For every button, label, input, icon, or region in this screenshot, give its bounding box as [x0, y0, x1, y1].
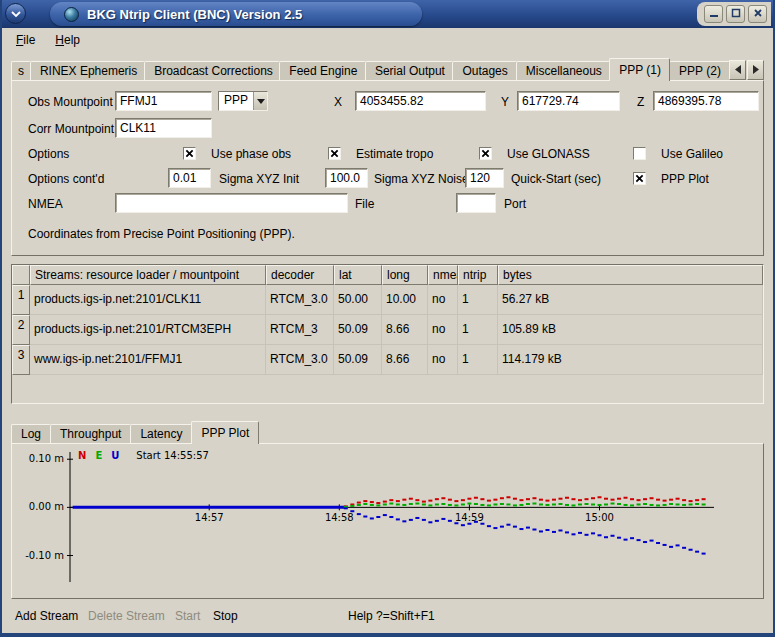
cell-decoder[interactable]: RTCM_3 [266, 315, 334, 345]
window-title: BKG Ntrip Client (BNC) Version 2.5 [87, 7, 302, 22]
header-ntrip: ntrip [458, 265, 498, 285]
nmea-port-input[interactable] [456, 193, 496, 213]
titlebar[interactable]: BKG Ntrip Client (BNC) Version 2.5 [2, 0, 773, 28]
tab-broadcast-corrections[interactable]: Broadcast Corrections [144, 61, 280, 80]
menu-file[interactable]: File [7, 31, 44, 49]
cell-lat[interactable]: 50.00 [334, 285, 382, 315]
cell-ntrip[interactable]: 1 [458, 345, 498, 375]
stop-button[interactable]: Stop [213, 609, 238, 623]
menu-help[interactable]: Help [46, 31, 89, 49]
tab-scroll-left-button[interactable] [729, 60, 746, 80]
estimate-tropo-label: Estimate tropo [356, 147, 433, 161]
minimize-button[interactable] [704, 5, 723, 23]
sigma-xyz-init-input[interactable] [168, 168, 211, 188]
sigma-xyz-noise-input[interactable] [325, 168, 368, 188]
cell-mountpoint[interactable]: products.igs-ip.net:2101/CLK11 [30, 285, 266, 315]
delete-stream-button: Delete Stream [88, 609, 165, 623]
tab-outages[interactable]: Outages [452, 61, 516, 80]
use-phase-obs-checkbox[interactable] [183, 147, 196, 160]
cell-decoder[interactable]: RTCM_3.0 [266, 345, 334, 375]
main-content: s RINEX Ephemeris Broadcast Corrections … [2, 51, 773, 631]
main-tabbar: s RINEX Ephemeris Broadcast Corrections … [11, 57, 764, 80]
z-coordinate-input[interactable] [653, 91, 759, 111]
ppp-plot-checkbox[interactable] [633, 172, 646, 185]
z-label: Z [637, 95, 644, 109]
obs-mountpoint-input[interactable] [115, 91, 212, 111]
tab-rinex-observations-partial[interactable]: s [11, 61, 31, 80]
cell-long[interactable]: 8.66 [382, 315, 428, 345]
options-label: Options [28, 147, 69, 161]
close-button[interactable] [748, 5, 767, 23]
y-coordinate-input[interactable] [517, 91, 620, 111]
quick-start-input[interactable] [465, 168, 504, 188]
cell-ntrip[interactable]: 1 [458, 315, 498, 345]
tab-ppp-plot[interactable]: PPP Plot [191, 421, 259, 444]
cell-nmea[interactable]: no [428, 315, 458, 345]
header-bytes: bytes [498, 265, 763, 285]
sigma-xyz-noise-label: Sigma XYZ Noise [374, 172, 469, 186]
use-galileo-checkbox[interactable] [633, 147, 646, 160]
cell-decoder[interactable]: RTCM_3.0 [266, 285, 334, 315]
ppp-panel: Obs Mountpoint PPP X Y Z Corr Mountpoint… [11, 80, 764, 256]
x-coordinate-input[interactable] [355, 91, 486, 111]
ppp-mode-select[interactable]: PPP [218, 91, 268, 111]
use-phase-obs-label: Use phase obs [211, 147, 291, 161]
y-label: Y [501, 95, 509, 109]
svg-text:0.00 m: 0.00 m [29, 501, 64, 512]
use-glonass-checkbox[interactable] [479, 147, 492, 160]
cell-mountpoint[interactable]: products.igs-ip.net:2101/RTCM3EPH [30, 315, 266, 345]
cell-long[interactable]: 8.66 [382, 345, 428, 375]
nmea-file-input[interactable] [115, 193, 348, 213]
ppp-plot-label: PPP Plot [661, 172, 709, 186]
footer-buttonbar: Add Stream Delete Stream Start Stop Help… [11, 601, 764, 631]
streams-table: Streams: resource loader / mountpoint de… [11, 264, 764, 404]
estimate-tropo-checkbox[interactable] [328, 147, 341, 160]
ppp-plot-chart: 0.10 m0.00 m-0.10 m14:5714:5814:5915:00 [14, 446, 764, 596]
cell-bytes[interactable]: 56.27 kB [498, 285, 763, 315]
tab-rinex-ephemeris[interactable]: RINEX Ephemeris [30, 61, 145, 80]
corr-mountpoint-input[interactable] [115, 118, 212, 138]
tab-scroll-right-button[interactable] [747, 60, 764, 80]
cell-lat[interactable]: 50.09 [334, 345, 382, 375]
chevron-down-icon [11, 7, 21, 21]
cell-ntrip[interactable]: 1 [458, 285, 498, 315]
cell-long[interactable]: 10.00 [382, 285, 428, 315]
add-stream-button[interactable]: Add Stream [15, 609, 78, 623]
bnc-window: BKG Ntrip Client (BNC) Version 2.5 File … [0, 0, 775, 637]
row-number[interactable]: 2 [12, 315, 30, 345]
arrow-right-icon [752, 63, 760, 77]
x-label: X [334, 95, 342, 109]
plot-legend: N E U Start 14:55:57 [78, 450, 209, 461]
legend-north: N [78, 450, 86, 461]
maximize-button[interactable] [726, 5, 745, 23]
tab-ppp-2[interactable]: PPP (2) [669, 61, 730, 80]
window-menu-button[interactable] [5, 3, 26, 24]
legend-up: U [111, 450, 119, 461]
cell-lat[interactable]: 50.09 [334, 315, 382, 345]
start-button: Start [175, 609, 200, 623]
cell-bytes[interactable]: 114.179 kB [498, 345, 763, 375]
header-lat: lat [334, 265, 382, 285]
maximize-icon [731, 7, 741, 21]
minimize-icon [709, 7, 719, 21]
svg-text:14:59: 14:59 [455, 512, 484, 523]
cell-bytes[interactable]: 105.89 kB [498, 315, 763, 345]
tab-throughput[interactable]: Throughput [50, 424, 131, 443]
row-number[interactable]: 1 [12, 285, 30, 315]
cell-nmea[interactable]: no [428, 285, 458, 315]
help-shortcut-label: Help ?=Shift+F1 [348, 609, 435, 623]
tab-serial-output[interactable]: Serial Output [365, 61, 454, 80]
title-pill: BKG Ntrip Client (BNC) Version 2.5 [50, 2, 422, 26]
cell-mountpoint[interactable]: www.igs-ip.net:2101/FFMJ1 [30, 345, 266, 375]
row-number[interactable]: 3 [12, 345, 30, 375]
cell-nmea[interactable]: no [428, 345, 458, 375]
svg-text:0.10 m: 0.10 m [29, 453, 64, 464]
svg-text:14:57: 14:57 [195, 512, 224, 523]
tab-log[interactable]: Log [11, 424, 51, 443]
tab-ppp-1[interactable]: PPP (1) [609, 58, 670, 81]
tab-latency[interactable]: Latency [130, 424, 192, 443]
tab-feed-engine[interactable]: Feed Engine [279, 61, 366, 80]
use-glonass-label: Use GLONASS [507, 147, 590, 161]
dropdown-arrow-icon [253, 92, 267, 110]
tab-miscellaneous[interactable]: Miscellaneous [516, 61, 610, 80]
